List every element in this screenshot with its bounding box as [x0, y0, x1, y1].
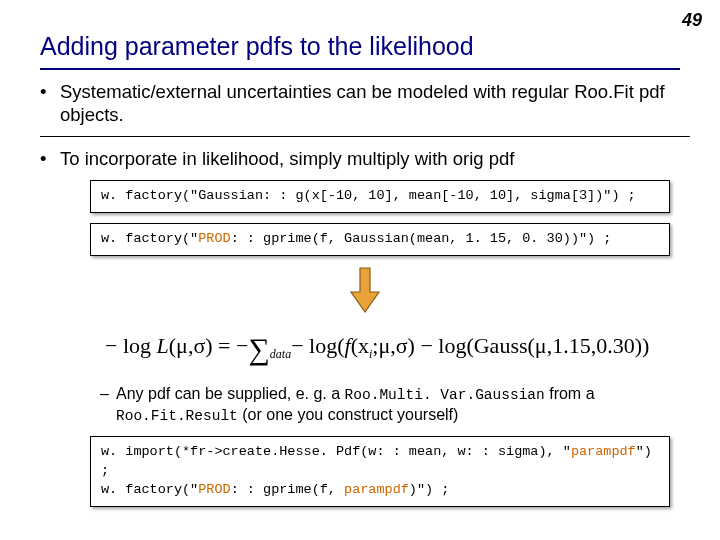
formula: − log L(μ,σ) = −∑data− log(f(xi;μ,σ) − l…: [105, 332, 690, 366]
sub-bullet-pre: Any pdf can be supplied, e. g. a: [116, 385, 345, 402]
code3-l2-post: )") ;: [409, 482, 450, 497]
sigma-symbol: ∑: [248, 332, 269, 365]
code-line: w. factory("Gaussian: : g(x[-10, 10], me…: [101, 188, 636, 203]
sub-bullet-mid: from a: [545, 385, 595, 402]
sum-subscript: data: [270, 348, 291, 362]
formula-L: L: [157, 333, 169, 358]
code3-l2-kw1: PROD: [198, 482, 230, 497]
code3-l2-kw2: parampdf: [344, 482, 409, 497]
code-line-2: w. factory("PROD: : gprime(f, parampdf)"…: [101, 481, 659, 500]
sub-bullet-post: (or one you construct yourself): [238, 406, 459, 423]
term1-args: (x: [351, 333, 369, 358]
down-arrow-icon: [347, 266, 383, 314]
code-keyword-prod: PROD: [198, 231, 230, 246]
slide-body: Systematic/external uncertainties can be…: [40, 80, 690, 517]
term1-pre: − log(: [291, 333, 344, 358]
svg-marker-0: [351, 268, 379, 312]
page-number: 49: [682, 10, 702, 31]
code-line-1: w. import(*fr->create.Hesse. Pdf(w: : me…: [101, 443, 659, 481]
formula-lhs-args: (μ,σ) = −: [169, 333, 249, 358]
code3-l1-kw: parampdf: [571, 444, 636, 459]
slide-title: Adding parameter pdfs to the likelihood: [40, 32, 474, 61]
down-arrow: [40, 266, 690, 318]
code-box-2: w. factory("PROD: : gprime(f, Gaussian(m…: [90, 223, 670, 256]
formula-lhs-pre: − log: [105, 333, 157, 358]
sub-bullet: Any pdf can be supplied, e. g. a Roo.Mul…: [100, 384, 690, 426]
separator-rule: [40, 136, 690, 137]
term2: − log(Gauss(μ,1.15,0.30)): [415, 333, 649, 358]
code-line-prefix: w. factory(": [101, 231, 198, 246]
code-box-3: w. import(*fr->create.Hesse. Pdf(w: : me…: [90, 436, 670, 507]
bullet-1: Systematic/external uncertainties can be…: [40, 80, 690, 126]
term1-post: ;μ,σ): [372, 333, 415, 358]
code-line-suffix: : : gprime(f, Gaussian(mean, 1. 15, 0. 3…: [231, 231, 612, 246]
code3-l2-pre: w. factory(": [101, 482, 198, 497]
bullet-2: To incorporate in likelihood, simply mul…: [40, 147, 690, 170]
title-underline: [40, 68, 680, 70]
code-box-1: w. factory("Gaussian: : g(x[-10, 10], me…: [90, 180, 670, 213]
sub-bullet-mono1: Roo.Multi. Var.Gaussian: [345, 387, 545, 403]
code3-l2-mid: : : gprime(f,: [231, 482, 344, 497]
code3-l1-pre: w. import(*fr->create.Hesse. Pdf(w: : me…: [101, 444, 571, 459]
sub-bullet-mono2: Roo.Fit.Result: [116, 408, 238, 424]
